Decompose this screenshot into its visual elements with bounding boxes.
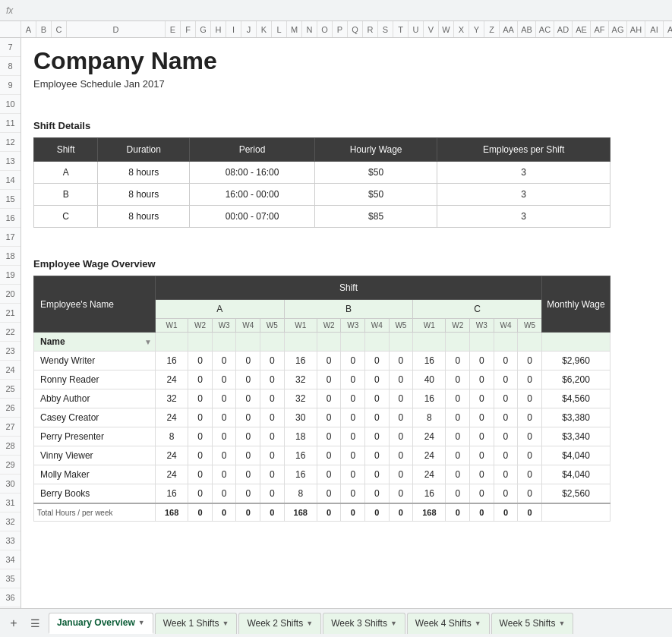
employee-week-cell: 0	[389, 352, 413, 371]
employee-week-cell: 0	[494, 408, 518, 427]
employee-week-cell: 0	[212, 427, 236, 446]
tab-dropdown-arrow[interactable]: ▼	[222, 620, 229, 627]
name-row-monthly-cell	[542, 333, 610, 352]
col-u[interactable]: U	[409, 21, 424, 37]
employee-week-cell: 0	[188, 446, 213, 465]
col-l[interactable]: L	[272, 21, 287, 37]
col-k[interactable]: K	[257, 21, 272, 37]
totals-week-cell: 0	[494, 503, 518, 522]
employee-week-cell: 0	[494, 352, 518, 371]
col-p[interactable]: P	[333, 21, 348, 37]
employee-week-cell: 30	[284, 408, 317, 427]
employee-week-cell: 0	[341, 446, 365, 465]
employee-week-cell: 0	[365, 427, 390, 446]
col-e[interactable]: E	[166, 21, 181, 37]
wage-col-header: Hourly Wage	[314, 138, 437, 162]
employees-col-header: Employees per Shift	[437, 138, 610, 162]
row-numbers: 7 8 9 10 11 12 13 14 15 16 17 18 19 20 2…	[0, 38, 21, 608]
col-aj[interactable]: AJ	[664, 21, 672, 37]
name-row-week-cell-10	[413, 333, 446, 352]
week-label-cell: W4	[365, 319, 390, 333]
col-ac[interactable]: AC	[536, 21, 554, 37]
week-label-cell: W3	[341, 319, 365, 333]
name-row-week-cell-0	[156, 333, 188, 352]
employee-week-cell: 0	[446, 352, 470, 371]
col-ad[interactable]: AD	[554, 21, 573, 37]
col-i[interactable]: I	[226, 21, 241, 37]
add-sheet-button[interactable]: +	[3, 613, 24, 634]
employee-week-cell: 16	[284, 352, 317, 371]
tab-dropdown-arrow[interactable]: ▼	[390, 620, 397, 627]
employee-week-cell: 0	[389, 371, 413, 389]
col-af[interactable]: AF	[591, 21, 609, 37]
name-row-week-cell-1	[188, 333, 213, 352]
sheet-tab[interactable]: Week 5 Shifts▼	[491, 613, 574, 634]
employee-week-cell: 32	[284, 371, 317, 389]
col-r[interactable]: R	[363, 21, 378, 37]
sheet-tab[interactable]: Week 1 Shifts▼	[155, 613, 238, 634]
wage-overview-title: Employee Wage Overview	[33, 258, 660, 270]
col-b[interactable]: B	[36, 21, 52, 37]
col-q[interactable]: Q	[348, 21, 363, 37]
week-label-cell: W5	[389, 319, 413, 333]
employee-row: Ronny Reader240000320000400000$6,200	[34, 371, 610, 389]
col-s[interactable]: S	[378, 21, 393, 37]
employee-week-cell: 24	[156, 465, 188, 484]
tab-dropdown-arrow[interactable]: ▼	[306, 620, 313, 627]
employee-week-cell: 0	[365, 371, 390, 389]
employee-week-cell: 0	[494, 389, 518, 408]
col-y[interactable]: Y	[469, 21, 484, 37]
sheet-content[interactable]: Company Name Employee Schedule Jan 2017 …	[21, 38, 672, 608]
wage-cell: $50	[314, 162, 437, 184]
name-row-week-cell-3	[236, 333, 260, 352]
col-ah[interactable]: AH	[627, 21, 645, 37]
col-j[interactable]: J	[241, 21, 257, 37]
employee-week-cell: 0	[260, 446, 285, 465]
col-v[interactable]: V	[424, 21, 439, 37]
employee-week-cell: 0	[365, 446, 390, 465]
col-ai[interactable]: AI	[645, 21, 664, 37]
employee-name-cell: Ronny Reader	[34, 371, 156, 389]
col-g[interactable]: G	[196, 21, 211, 37]
filter-icon[interactable]: ▼	[144, 338, 152, 346]
col-w[interactable]: W	[439, 21, 454, 37]
col-m[interactable]: M	[287, 21, 302, 37]
period-cell: 00:00 - 07:00	[190, 206, 315, 228]
sheet-tab[interactable]: Week 4 Shifts▼	[407, 613, 490, 634]
col-aa[interactable]: AA	[500, 21, 518, 37]
employee-week-cell: 0	[518, 465, 542, 484]
shift-details-title: Shift Details	[33, 120, 660, 131]
col-ag[interactable]: AG	[609, 21, 627, 37]
employee-week-cell: 0	[317, 484, 341, 504]
employee-week-cell: 0	[446, 484, 470, 504]
col-o[interactable]: O	[317, 21, 333, 37]
col-d[interactable]: D	[67, 21, 166, 37]
tab-dropdown-arrow[interactable]: ▼	[475, 620, 481, 627]
tab-dropdown-arrow[interactable]: ▼	[138, 619, 145, 626]
col-a[interactable]: A	[21, 21, 36, 37]
col-z[interactable]: Z	[484, 21, 500, 37]
col-ae[interactable]: AE	[573, 21, 591, 37]
col-h[interactable]: H	[211, 21, 226, 37]
employee-row: Wendy Writer160000160000160000$2,960	[34, 352, 610, 371]
employee-week-cell: 0	[446, 389, 470, 408]
col-ab[interactable]: AB	[518, 21, 536, 37]
name-row-week-cell-9	[389, 333, 413, 352]
employee-week-cell: 0	[341, 465, 365, 484]
totals-label-cell: Total Hours / per week	[34, 503, 156, 522]
col-n[interactable]: N	[302, 21, 317, 37]
tab-dropdown-arrow[interactable]: ▼	[558, 620, 565, 627]
sheet-tab[interactable]: Week 2 Shifts▼	[238, 613, 321, 634]
sheet-menu-button[interactable]: ☰	[26, 613, 44, 634]
employee-week-cell: 0	[446, 446, 470, 465]
employee-week-cell: 0	[446, 371, 470, 389]
col-x[interactable]: X	[454, 21, 469, 37]
col-f[interactable]: F	[181, 21, 196, 37]
sheet-tab[interactable]: January Overview▼	[49, 613, 153, 634]
col-c[interactable]: C	[52, 21, 67, 37]
sheet-tab[interactable]: Week 3 Shifts▼	[323, 613, 405, 634]
col-t[interactable]: T	[393, 21, 409, 37]
employees-cell: 3	[437, 206, 610, 228]
employee-week-cell: 16	[284, 446, 317, 465]
totals-week-cell: 0	[212, 503, 236, 522]
